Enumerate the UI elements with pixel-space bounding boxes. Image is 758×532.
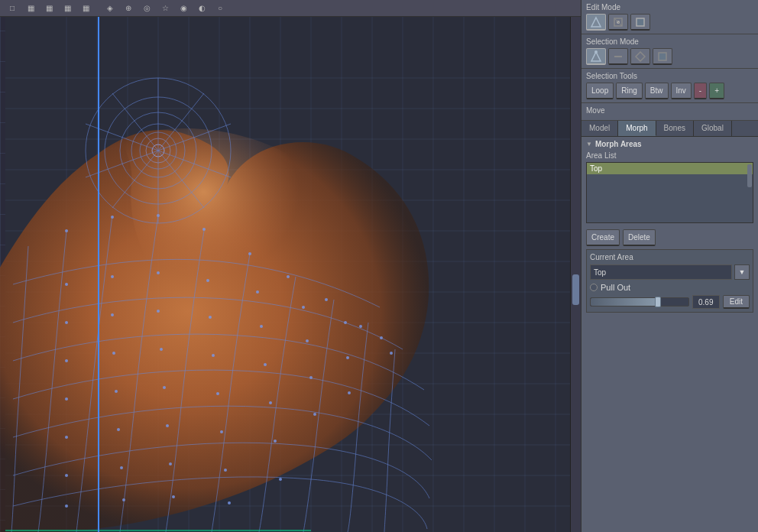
- minus-btn[interactable]: -: [694, 83, 707, 99]
- sel-mode-btn-2[interactable]: [630, 48, 650, 65]
- viewport-toolbar: □ ▦ ▦ ▦ ▦ ◈ ⊕ ◎ ☆ ◉ ◐ ○: [0, 0, 581, 17]
- svg-point-93: [120, 466, 123, 469]
- svg-point-75: [112, 352, 115, 355]
- vp-icon-1: □: [5, 2, 20, 15]
- edit-mode-vertex-btn[interactable]: [586, 14, 606, 31]
- svg-marker-102: [591, 18, 601, 27]
- viewport-3d[interactable]: □ ▦ ▦ ▦ ▦ ◈ ⊕ ◎ ☆ ◉ ◐ ○: [0, 0, 581, 532]
- ring-btn[interactable]: Ring: [616, 83, 643, 99]
- current-area-dropdown-btn[interactable]: ▼: [734, 264, 750, 280]
- vp-icon-5: ▦: [78, 2, 93, 15]
- svg-point-60: [111, 275, 114, 278]
- morph-edit-btn[interactable]: Edit: [723, 295, 750, 309]
- tabs-row: Model Morph Bones Global: [581, 121, 758, 137]
- current-area-input[interactable]: [590, 264, 732, 280]
- vp-icon-4: ▦: [60, 2, 75, 15]
- svg-point-54: [248, 252, 251, 255]
- current-area-group: Current Area ▼ Pull Out Edit: [586, 249, 753, 313]
- area-list-item[interactable]: Top: [587, 163, 753, 174]
- svg-point-83: [163, 386, 166, 389]
- tab-global[interactable]: Global: [694, 121, 732, 136]
- svg-point-73: [346, 356, 349, 359]
- plus-btn[interactable]: +: [709, 83, 724, 99]
- svg-point-68: [111, 313, 114, 316]
- inv-btn[interactable]: Inv: [671, 83, 692, 99]
- morph-areas-title: Morph Areas: [595, 140, 642, 148]
- svg-point-84: [216, 392, 219, 395]
- morph-slider-track[interactable]: [590, 297, 689, 307]
- sel-mode-btn-0[interactable]: [586, 48, 606, 65]
- svg-point-95: [224, 469, 227, 472]
- svg-point-77: [212, 354, 215, 357]
- current-area-label: Current Area: [590, 253, 750, 261]
- svg-marker-110: [636, 52, 645, 61]
- morph-areas-header: ▼ Morph Areas: [586, 140, 753, 148]
- svg-point-55: [287, 275, 290, 278]
- area-list-scroll-thumb[interactable]: [747, 164, 752, 187]
- selection-mode-buttons: [586, 48, 753, 65]
- viewport-scrollbar[interactable]: [570, 17, 581, 532]
- svg-point-82: [115, 390, 118, 393]
- svg-point-50: [65, 229, 68, 232]
- loop-btn[interactable]: Loop: [586, 83, 614, 99]
- svg-rect-106: [637, 18, 644, 26]
- svg-point-85: [269, 401, 272, 404]
- delete-area-btn[interactable]: Delete: [623, 229, 656, 246]
- svg-point-62: [206, 279, 209, 282]
- selection-mode-section: Selection Mode: [581, 34, 758, 69]
- mesh-canvas[interactable]: [0, 17, 581, 532]
- svg-rect-111: [659, 53, 666, 60]
- morph-value-input[interactable]: [692, 295, 720, 309]
- edit-mode-label: Edit Mode: [586, 3, 753, 11]
- tab-morph[interactable]: Morph: [618, 121, 656, 136]
- svg-point-89: [166, 424, 169, 427]
- svg-line-105: [614, 18, 622, 26]
- area-list-label: Area List: [586, 151, 753, 160]
- svg-point-51: [111, 216, 114, 219]
- vp-icon-7: ⊕: [121, 2, 136, 15]
- svg-point-100: [228, 501, 231, 504]
- sel-mode-btn-3[interactable]: [653, 48, 672, 65]
- create-area-btn[interactable]: Create: [586, 229, 620, 246]
- svg-point-96: [279, 478, 282, 481]
- svg-point-66: [380, 336, 383, 339]
- morph-slider-thumb[interactable]: [655, 297, 661, 307]
- svg-point-70: [209, 316, 212, 319]
- svg-point-52: [157, 214, 160, 217]
- svg-point-65: [344, 321, 347, 324]
- vp-icon-12: ○: [212, 2, 228, 15]
- morph-slider-fill: [591, 298, 658, 306]
- area-crud-buttons: Create Delete: [586, 229, 753, 246]
- vp-icon-3: ▦: [41, 2, 57, 15]
- svg-point-74: [65, 359, 68, 362]
- svg-point-90: [220, 430, 223, 433]
- selection-tools-buttons: Loop Ring Btw Inv - +: [586, 83, 753, 99]
- edit-mode-section: Edit Mode: [581, 0, 758, 34]
- svg-point-86: [313, 413, 316, 416]
- tab-bones[interactable]: Bones: [656, 121, 694, 136]
- edit-mode-edge-btn[interactable]: [608, 14, 628, 31]
- tab-model[interactable]: Model: [581, 121, 618, 136]
- move-section: Move: [581, 103, 758, 121]
- morph-areas-section: ▼ Morph Areas Area List Top Create Delet…: [581, 137, 758, 532]
- svg-point-98: [122, 498, 125, 501]
- svg-point-91: [274, 440, 277, 443]
- svg-point-108: [594, 50, 598, 54]
- svg-point-56: [325, 298, 328, 301]
- properties-panel: Edit Mode Selection Mode: [581, 0, 758, 532]
- vp-icon-2: ▦: [23, 2, 38, 15]
- sel-mode-btn-1[interactable]: [608, 48, 628, 65]
- svg-point-59: [65, 283, 68, 286]
- edit-mode-face-btn[interactable]: [630, 14, 650, 31]
- svg-point-71: [260, 325, 263, 328]
- btw-btn[interactable]: Btw: [645, 83, 669, 99]
- area-list-box[interactable]: Top: [586, 162, 753, 223]
- viewport-scrollbar-thumb[interactable]: [572, 274, 579, 305]
- pull-out-checkbox[interactable]: [590, 284, 598, 291]
- svg-point-57: [359, 325, 362, 328]
- svg-point-81: [65, 397, 68, 401]
- vp-icon-10: ◉: [176, 2, 191, 15]
- pull-out-row: Pull Out: [590, 283, 750, 292]
- svg-point-88: [117, 428, 120, 431]
- collapse-triangle-icon[interactable]: ▼: [586, 141, 592, 148]
